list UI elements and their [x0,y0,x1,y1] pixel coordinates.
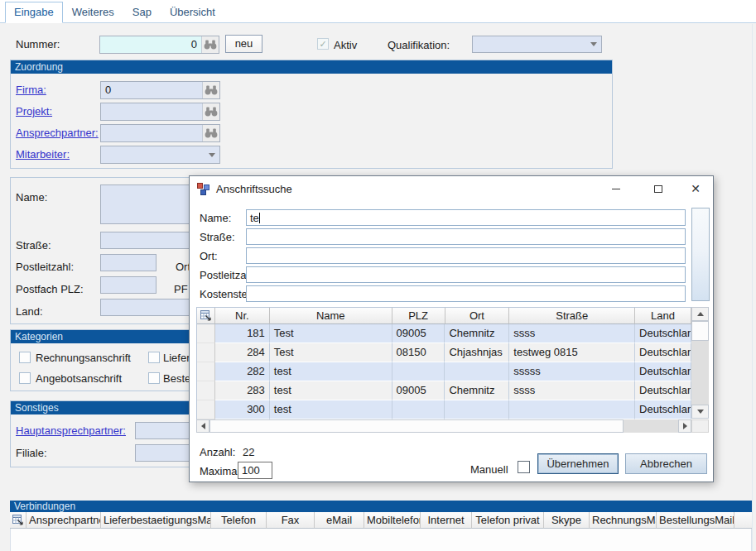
search-ort-input[interactable] [246,247,686,264]
firma-lookup-button[interactable] [202,82,219,98]
scroll-left-icon [201,423,205,429]
firma-link[interactable]: Firma: [16,84,46,96]
column-header[interactable]: RechnungsMa [590,512,657,529]
projekt-lookup-button[interactable] [202,103,219,120]
binoculars-icon [205,128,218,138]
cell-plz [392,400,445,419]
column-header-filler [734,512,752,529]
form-icon [197,182,210,195]
angebotsanschrift-checkbox[interactable] [19,372,31,384]
search-kostenstelle-input[interactable] [246,285,686,302]
rechnungsanschrift-checkbox[interactable] [19,352,31,363]
mitarbeiter-link[interactable]: Mitarbeiter: [16,148,70,161]
scrollbar-thumb[interactable] [209,419,624,433]
column-header[interactable]: Fax [267,512,315,529]
name-label: Name: [16,191,47,204]
nummer-lookup-button[interactable] [201,36,219,53]
column-header-nr[interactable]: Nr. [215,308,270,324]
tab-eingabe[interactable]: Eingabe [5,2,63,23]
bestellanschrift-checkbox[interactable] [148,372,160,384]
vertical-scrollbar[interactable] [691,307,709,419]
uebernehmen-button[interactable]: Übernehmen [537,453,619,474]
ansprechpartner-field [100,124,220,142]
table-row[interactable]: 283 test 09005 Chemnitz ssss Deutschland [197,381,691,400]
cell-nr: 284 [215,343,270,362]
tab-sap[interactable]: Sap [123,2,161,23]
cell-ort: Chjashnjas [445,343,509,362]
horizontal-scrollbar[interactable] [196,419,691,433]
maximal-input[interactable]: 100 [238,462,272,479]
cell-plz: 09005 [392,324,445,343]
column-header[interactable]: Telefon [211,512,267,529]
column-header[interactable]: LieferbestaetigungsMail [101,512,211,529]
cell-plz: 08150 [392,343,445,362]
tab-weiteres[interactable]: Weiteres [63,2,123,23]
tab-uebersicht[interactable]: Übersicht [161,2,224,23]
neu-button[interactable]: neu [225,35,262,53]
anzahl-label: Anzahl: [200,446,235,458]
search-name-input[interactable]: te [246,209,686,226]
mitarbeiter-dropdown[interactable] [100,146,220,164]
column-header[interactable]: Skype [544,512,590,529]
scrollbar-thumb[interactable] [691,321,709,341]
column-header-land[interactable]: Land [635,308,691,324]
close-button[interactable]: ✕ [683,180,708,198]
abbrechen-button[interactable]: Abbrechen [625,453,707,474]
minimize-button[interactable] [604,180,628,198]
postfach-plz-input [100,276,156,294]
maximize-button[interactable] [646,180,671,198]
column-header-strasse[interactable]: Straße [509,308,635,324]
ansprechpartner-link[interactable]: Ansprechpartner: [16,127,99,139]
row-header[interactable] [197,381,215,400]
rechnungsanschrift-label: Rechnungsanschrift [36,352,131,364]
projekt-link[interactable]: Projekt: [16,105,52,117]
row-header[interactable] [197,400,215,419]
column-header[interactable]: Ansprechpartner [26,512,101,529]
search-name-label: Name: [200,212,231,224]
side-panel-strip[interactable] [691,208,710,301]
scroll-left-button[interactable] [196,419,209,433]
cell-strasse: ssss [509,381,635,400]
column-header[interactable]: eMail [315,512,364,529]
table-row[interactable]: 282 test sssss Deutschland [197,362,691,381]
row-header[interactable] [197,324,215,343]
chevron-down-icon [209,153,215,157]
column-header[interactable]: Telefon privat [472,512,544,529]
cell-plz [392,362,445,381]
column-header[interactable]: BestellungsMail [657,512,734,529]
ansprechpartner-lookup-button[interactable] [202,125,219,141]
grid-corner-button[interactable] [197,308,215,324]
scroll-down-button[interactable] [691,405,709,419]
nummer-input[interactable]: 0 [100,36,201,53]
nummer-label: Nummer: [16,38,60,50]
column-header[interactable]: Internet [421,512,472,529]
column-header[interactable]: Mobiltelefon [364,512,421,529]
scroll-right-button[interactable] [678,419,691,433]
verbindungen-header: Verbindungen [10,501,752,512]
verbindungen-table-body[interactable] [10,529,752,551]
cell-land: Deutschland [635,400,691,419]
column-header-name[interactable]: Name [270,308,392,324]
verbindungen-column-header-row: Ansprechpartner LieferbestaetigungsMail … [10,512,752,529]
row-header[interactable] [197,343,215,362]
manuell-checkbox[interactable] [518,461,530,473]
table-row[interactable]: 284 Test 08150 Chjashnjas testweg 0815 D… [197,343,691,362]
text-caret [259,213,260,223]
search-strasse-input[interactable] [246,228,686,245]
column-header-plz[interactable]: PLZ [392,308,445,324]
lieferanschrift-checkbox[interactable] [148,352,160,363]
scroll-up-button[interactable] [691,307,709,321]
column-header-ort[interactable]: Ort [445,308,510,324]
cell-land: Deutschland [635,362,691,381]
hauptansprechpartner-link[interactable]: Hauptansprechpartner: [16,424,126,437]
scroll-right-icon [683,423,687,429]
cell-name: Test [270,343,392,362]
table-row[interactable]: 300 test Deutschland [197,400,691,419]
dialog-titlebar[interactable]: Anschriftssuche ✕ [190,176,713,201]
dialog-title: Anschriftssuche [216,183,292,195]
search-plz-input[interactable] [246,266,686,283]
table-row[interactable]: 181 Test 09005 Chemnitz ssss Deutschland [197,324,691,343]
row-header[interactable] [197,362,215,381]
grid-select-icon[interactable] [10,512,26,529]
qualifikation-dropdown[interactable] [472,36,602,53]
